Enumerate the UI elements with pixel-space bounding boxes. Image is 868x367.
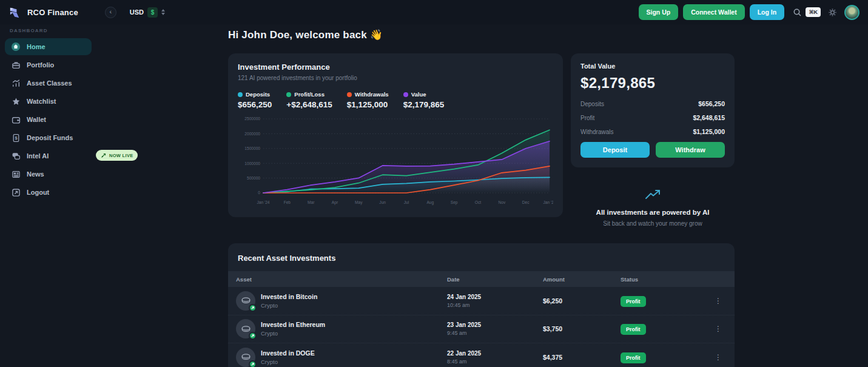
- sidebar-item-label: Wallet: [27, 116, 46, 123]
- sidebar-collapse-button[interactable]: ‹: [105, 7, 116, 18]
- svg-text:Sep: Sep: [451, 200, 458, 205]
- growth-badge-icon: [249, 304, 257, 312]
- deposit-button[interactable]: Deposit: [580, 142, 650, 158]
- growth-badge-icon: [249, 360, 257, 367]
- investment-time: 8:45 am: [447, 359, 543, 365]
- currency-toggle-icon[interactable]: [161, 9, 165, 15]
- performance-title: Investment Performance: [238, 62, 553, 72]
- sidebar-item-wallet[interactable]: Wallet: [5, 111, 92, 128]
- performance-subtitle: 121 AI powered investments in your portf…: [238, 75, 553, 81]
- table-row[interactable]: Invested in BitcoinCrypto24 Jan 202510:4…: [228, 287, 735, 315]
- asset-avatar: [236, 348, 255, 367]
- svg-text:Oct: Oct: [475, 200, 481, 204]
- home-icon: [11, 42, 21, 52]
- growth-badge-icon: [249, 332, 257, 340]
- log-in-button[interactable]: Log In: [750, 4, 785, 20]
- legend-item-withdrawals: Withdrawals$1,125,000: [347, 91, 389, 109]
- main-content: Hi John Doe, welcome back 👋 Investment P…: [228, 24, 735, 367]
- chat-icon: [11, 151, 21, 161]
- sidebar-item-label: Intel AI: [27, 152, 49, 160]
- asset-category: Crypto: [261, 330, 325, 337]
- row-menu-icon[interactable]: ⋮: [712, 297, 725, 305]
- sidebar-item-portfolio[interactable]: Portfolio: [5, 56, 92, 73]
- sidebar-item-label: News: [27, 170, 44, 178]
- svg-text:1000000: 1000000: [244, 161, 260, 166]
- legend-dot: [286, 92, 291, 97]
- svg-text:Dec: Dec: [522, 200, 530, 204]
- sidebar-item-logout[interactable]: Logout: [5, 184, 92, 201]
- table-body: Invested in BitcoinCrypto24 Jan 202510:4…: [228, 287, 735, 367]
- asset-category: Crypto: [261, 302, 317, 309]
- sidebar-item-label: Home: [27, 43, 45, 50]
- legend-dot: [347, 92, 352, 97]
- connect-wallet-button[interactable]: Connect Wallet: [683, 4, 744, 20]
- total-value-card: Total Value $2,179,865 Deposits$656,250P…: [571, 53, 735, 167]
- withdraw-button[interactable]: Withdraw: [656, 142, 725, 158]
- svg-text:2500000: 2500000: [244, 116, 260, 121]
- logout-icon: [11, 187, 21, 197]
- table-row[interactable]: Invested in DOGECrypto22 Jan 20258:45 am…: [228, 343, 735, 367]
- legend-dot: [403, 92, 408, 97]
- svg-text:Aug: Aug: [426, 200, 434, 205]
- asset-name: Invested in Bitcoin: [261, 293, 317, 300]
- total-value-label: Total Value: [580, 62, 725, 70]
- brand-name: RCO Finance: [27, 8, 78, 17]
- investment-amount: $4,375: [543, 354, 621, 361]
- legend-value: $1,125,000: [347, 100, 389, 109]
- legend-value: $656,250: [238, 100, 272, 109]
- gear-icon[interactable]: [828, 8, 837, 17]
- total-row-label: Profit: [580, 115, 594, 121]
- sidebar-item-intel-ai[interactable]: Intel AINOW LIVE: [5, 147, 92, 164]
- sidebar-item-label: Watchlist: [27, 98, 56, 105]
- legend-value: $2,179,865: [403, 100, 445, 109]
- sidebar-item-asset-classes[interactable]: Asset Classes: [5, 75, 92, 92]
- legend-item-profit-loss: Profit/Loss+$2,648,615: [286, 91, 332, 109]
- total-row-profit: Profit$2,648,615: [580, 114, 725, 121]
- row-menu-icon[interactable]: ⋮: [712, 353, 725, 362]
- status-badge: Profit: [621, 296, 646, 307]
- user-avatar[interactable]: [844, 5, 860, 20]
- topbar-actions: Sign Up Connect Wallet Log In ⌘K: [639, 4, 860, 20]
- sidebar-section-label: DASHBOARD: [0, 28, 182, 33]
- svg-text:Feb: Feb: [284, 200, 291, 204]
- svg-text:Nov: Nov: [498, 200, 505, 204]
- now-live-badge: NOW LIVE: [96, 150, 138, 161]
- search-icon[interactable]: [793, 8, 802, 17]
- coin-icon: [241, 325, 251, 334]
- sidebar-item-home[interactable]: Home: [5, 38, 92, 55]
- sign-up-button[interactable]: Sign Up: [639, 4, 679, 20]
- total-row-deposits: Deposits$656,250: [580, 100, 725, 107]
- svg-text:Apr: Apr: [332, 200, 338, 205]
- column-amount: Amount: [543, 276, 621, 283]
- search-shortcut-badge: ⌘K: [806, 7, 821, 17]
- star-icon: [11, 96, 21, 106]
- total-row-label: Withdrawals: [580, 129, 613, 135]
- svg-text:Mar: Mar: [308, 200, 315, 204]
- sidebar-item-deposit-funds[interactable]: $Deposit Funds: [5, 129, 92, 146]
- wallet-icon: [11, 115, 21, 124]
- legend-value: +$2,648,615: [286, 100, 332, 109]
- sidebar-item-label: Portfolio: [27, 61, 54, 69]
- svg-text:Jul: Jul: [404, 200, 409, 204]
- briefcase-icon: [11, 60, 21, 70]
- investment-amount: $3,750: [543, 325, 621, 332]
- column-date: Date: [447, 276, 543, 283]
- ai-promo-title: All investments are powered by AI: [571, 209, 735, 216]
- performance-chart[interactable]: 05000001000000150000020000002500000Jan '…: [238, 115, 553, 210]
- dollar-icon: $: [147, 7, 158, 18]
- brand[interactable]: RCO Finance: [8, 5, 78, 19]
- trending-up-icon: [645, 189, 661, 200]
- recent-investments-title: Recent Asset Investments: [228, 243, 735, 271]
- sidebar-item-news[interactable]: News: [5, 166, 92, 183]
- sidebar-item-watchlist[interactable]: Watchlist: [5, 93, 92, 110]
- total-row-withdrawals: Withdrawals$1,125,000: [580, 128, 725, 135]
- currency-selector[interactable]: USD $: [130, 7, 165, 18]
- asset-avatar: [236, 291, 255, 311]
- total-row-label: Deposits: [580, 101, 604, 107]
- table-row[interactable]: Invested in EthereumCrypto23 Jan 20259:4…: [228, 315, 735, 344]
- total-row-value: $656,250: [698, 100, 725, 107]
- svg-text:2000000: 2000000: [244, 132, 260, 136]
- total-row-value: $1,125,000: [693, 128, 725, 135]
- svg-text:May: May: [355, 200, 363, 205]
- row-menu-icon[interactable]: ⋮: [712, 325, 725, 333]
